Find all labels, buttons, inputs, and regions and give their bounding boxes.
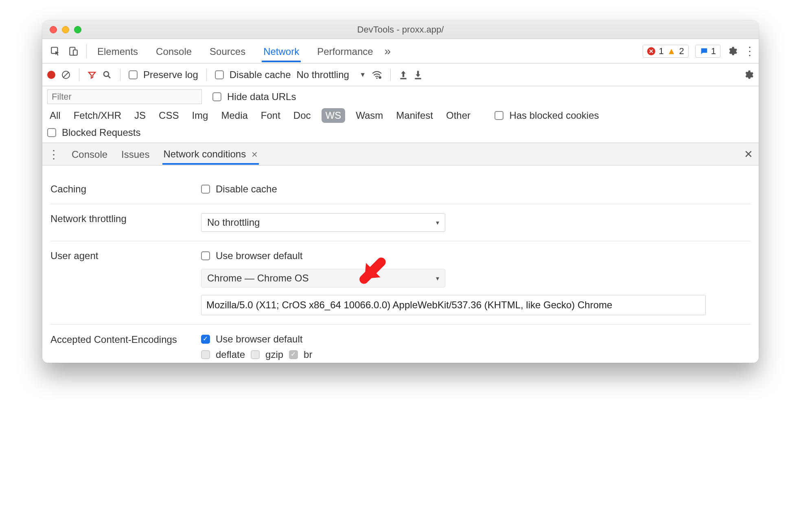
svg-point-8 [376,77,377,78]
throttling-select[interactable]: No throttling ▼ [296,69,366,81]
filter-icon[interactable] [88,70,96,79]
throttling-select[interactable]: No throttling ▾ [201,213,445,232]
svg-rect-2 [73,50,77,55]
messages-icon [700,47,709,56]
ua-use-default-checkbox[interactable]: Use browser default [201,250,751,262]
throttling-select-value: No throttling [207,217,260,228]
tab-elements[interactable]: Elements [96,40,140,62]
separator [206,69,207,81]
caching-label: Caching [50,183,197,195]
drawer-tab-issues[interactable]: Issues [120,144,150,164]
import-har-icon[interactable] [399,70,408,80]
search-icon[interactable] [102,70,112,80]
caching-disable-label: Disable cache [216,183,277,195]
filter-wasm[interactable]: Wasm [353,108,385,123]
filter-ws[interactable]: WS [322,108,346,123]
warning-count: 2 [679,46,684,57]
network-conditions-icon[interactable] [372,70,382,79]
devtools-window: DevTools - proxx.app/ Elements Console S… [42,20,759,363]
filter-js[interactable]: JS [132,108,148,123]
separator [86,44,87,58]
drawer-tabstrip: ⋮ Console Issues Network conditions ✕ ✕ [42,143,759,166]
ua-preset-select[interactable]: Chrome — Chrome OS ▾ [201,269,445,288]
svg-point-5 [104,72,109,76]
throttling-row: Network throttling No throttling ▾ [50,204,751,241]
caching-disable-checkbox[interactable]: Disable cache [201,183,751,195]
main-tabstrip: Elements Console Sources Network Perform… [42,39,759,63]
window-title: DevTools - proxx.app/ [42,24,759,35]
filter-css[interactable]: CSS [156,108,181,123]
encoding-br-label: br [304,349,312,360]
chevron-down-icon: ▼ [359,71,366,78]
separator [79,69,79,81]
filter-fetchxhr[interactable]: Fetch/XHR [71,108,124,123]
encoding-deflate-label: deflate [216,349,245,360]
preserve-log-checkbox[interactable]: Preserve log [129,69,198,81]
tab-performance[interactable]: Performance [315,40,374,62]
drawer-tab-console[interactable]: Console [71,144,108,164]
encoding-br-checkbox[interactable]: br [289,349,312,360]
more-tabs-icon[interactable]: » [385,45,391,58]
filter-other[interactable]: Other [444,108,473,123]
error-icon: ✕ [647,47,655,55]
clear-icon[interactable] [61,70,71,80]
warning-icon: ▲ [667,46,676,57]
has-blocked-cookies-checkbox[interactable]: Has blocked cookies [495,110,599,121]
filter-doc[interactable]: Doc [291,108,313,123]
record-icon[interactable] [47,71,55,79]
disable-cache-label: Disable cache [230,69,291,81]
network-conditions-panel: Caching Disable cache Network throttling… [42,166,759,363]
filter-manifest[interactable]: Manifest [394,108,436,123]
encoding-deflate-checkbox[interactable]: deflate [201,349,245,360]
tab-sources[interactable]: Sources [208,40,247,62]
drawer-menu-icon[interactable]: ⋮ [48,148,59,161]
encoding-options: deflate gzip br [201,349,751,360]
encodings-use-default-label: Use browser default [216,334,302,345]
chevron-down-icon: ▾ [436,219,439,227]
device-toggle-icon[interactable] [64,43,82,59]
errors-warnings-box[interactable]: ✕ 1 ▲ 2 [643,45,688,58]
encodings-row: Accepted Content-Encodings Use browser d… [50,325,751,363]
blocked-requests-label: Blocked Requests [62,127,140,138]
filter-font[interactable]: Font [258,108,283,123]
encoding-gzip-checkbox[interactable]: gzip [251,349,283,360]
separator [390,69,391,81]
filter-section: Hide data URLs All Fetch/XHR JS CSS Img … [42,86,759,143]
filter-all[interactable]: All [47,108,63,123]
inspect-icon[interactable] [46,43,64,59]
blocked-requests-checkbox[interactable]: Blocked Requests [47,127,754,138]
filter-media[interactable]: Media [219,108,250,123]
kebab-menu-icon[interactable]: ⋮ [744,44,755,58]
preserve-log-label: Preserve log [143,69,198,81]
svg-rect-10 [415,78,421,79]
encodings-use-default-checkbox[interactable]: Use browser default [201,334,751,345]
ua-preset-value: Chrome — Chrome OS [207,273,309,284]
user-agent-row: User agent Use browser default Chrome — … [50,241,751,325]
throttling-value: No throttling [296,69,349,81]
export-har-icon[interactable] [414,70,422,80]
tab-network[interactable]: Network [262,40,301,62]
close-tab-icon[interactable]: ✕ [251,150,258,159]
hide-data-urls-checkbox[interactable]: Hide data URLs [212,91,296,102]
svg-line-6 [108,76,110,78]
encodings-label: Accepted Content-Encodings [50,334,197,346]
svg-point-7 [379,76,381,79]
titlebar: DevTools - proxx.app/ [42,20,759,39]
ua-string-input[interactable] [201,295,706,315]
tab-console[interactable]: Console [154,40,193,62]
user-agent-label: User agent [50,250,197,262]
svg-rect-9 [400,78,406,79]
drawer-tab-label: Network conditions [163,148,246,159]
separator [120,69,120,81]
filter-input[interactable] [47,89,202,104]
network-settings-icon[interactable] [743,70,754,80]
messages-box[interactable]: 1 [695,45,720,58]
settings-icon[interactable] [727,46,738,57]
close-drawer-icon[interactable]: ✕ [744,148,753,160]
network-toolbar: Preserve log Disable cache No throttling… [42,63,759,86]
filter-img[interactable]: Img [189,108,210,123]
drawer-tab-network-conditions[interactable]: Network conditions ✕ [162,144,258,165]
disable-cache-checkbox[interactable]: Disable cache [215,69,291,81]
hide-data-urls-label: Hide data URLs [227,91,296,102]
filter-types: All Fetch/XHR JS CSS Img Media Font Doc … [47,108,754,123]
